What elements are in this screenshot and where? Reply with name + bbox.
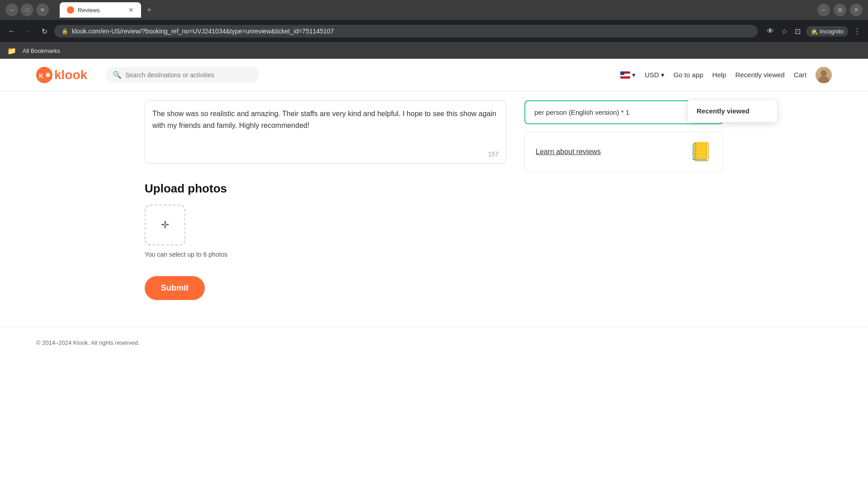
bookmarks-folder-icon: 📁 [7, 47, 16, 55]
learn-reviews-box: Learn about reviews 📒 [524, 131, 723, 172]
page-content: K klook 🔍 ▾ USD ▾ Go to app Help Recentl… [0, 59, 868, 357]
site-header: K klook 🔍 ▾ USD ▾ Go to app Help Recentl… [0, 59, 868, 91]
search-input[interactable] [125, 71, 238, 79]
svg-point-2 [46, 73, 50, 77]
url-text: klook.com/en-US/review/?booking_ref_no=U… [72, 28, 334, 35]
add-photo-icon: ✛ [161, 219, 169, 231]
header-nav: ▾ USD ▾ Go to app Help Recently viewed C… [620, 67, 832, 83]
svg-point-4 [821, 70, 827, 76]
bookmark-icon[interactable]: ☆ [779, 25, 789, 38]
us-flag-icon [620, 71, 630, 79]
all-bookmarks-item[interactable]: All Bookmarks [20, 47, 63, 55]
right-sidebar: per person (English version) * 1 Learn a… [524, 91, 723, 300]
recently-viewed-link[interactable]: Recently viewed [735, 71, 784, 79]
back-button[interactable]: ← [5, 25, 18, 38]
search-bar[interactable]: 🔍 [105, 67, 259, 83]
learn-reviews-link[interactable]: Learn about reviews [536, 148, 601, 156]
review-textarea-wrapper[interactable]: The show was so realistic and amazing. T… [145, 100, 506, 164]
submit-button[interactable]: Submit [145, 276, 205, 300]
svg-text:K: K [39, 72, 43, 80]
char-count: 157 [488, 150, 499, 158]
learn-reviews-book-icon: 📒 [689, 141, 712, 162]
eye-slash-icon[interactable]: 👁 [765, 25, 776, 37]
minimize-button[interactable]: ─ [5, 4, 18, 16]
footer-copyright: © 2014–2024 Klook. All rights reserved. [36, 339, 140, 346]
upload-hint: You can select up to 6 photos [145, 251, 506, 258]
window-minimize-button[interactable]: ─ [817, 4, 830, 16]
page-footer: © 2014–2024 Klook. All rights reserved. [0, 327, 868, 357]
browser-title-bar: ─ □ ✕ Reviews ✕ + ─ ⧉ ✕ [0, 0, 868, 20]
forward-button[interactable]: → [22, 25, 34, 38]
upload-section: Upload photos ✛ You can select up to 6 p… [145, 182, 506, 258]
ticket-selection-text: per person (English version) * 1 [534, 108, 629, 116]
ssl-lock-icon: 🔒 [61, 28, 68, 34]
upload-title: Upload photos [145, 182, 506, 196]
incognito-icon: 🕵 [811, 28, 818, 35]
left-content: The show was so realistic and amazing. T… [145, 91, 506, 300]
klook-logo[interactable]: K klook [36, 67, 87, 83]
reload-button[interactable]: ↻ [38, 25, 51, 38]
new-tab-button[interactable]: + [143, 4, 156, 16]
currency-label: USD [645, 71, 659, 79]
review-text: The show was so realistic and amazing. T… [152, 108, 499, 131]
klook-logo-text: klook [54, 68, 87, 82]
recently-viewed-dropdown-label: Recently viewed [697, 107, 750, 115]
more-options-button[interactable]: ⋮ [852, 25, 863, 38]
help-link[interactable]: Help [712, 71, 726, 79]
browser-chrome: ─ □ ✕ Reviews ✕ + ─ ⧉ ✕ ← → ↻ [0, 0, 868, 59]
goto-app-link[interactable]: Go to app [674, 71, 703, 79]
photo-upload-box[interactable]: ✛ [145, 205, 185, 245]
currency-chevron: ▾ [661, 71, 665, 79]
currency-selector[interactable]: USD ▾ [645, 71, 665, 79]
bookmarks-bar: 📁 All Bookmarks [0, 42, 868, 59]
browser-window-controls: ─ □ ✕ [5, 4, 49, 16]
browser-toolbar-actions: 👁 ☆ ⊡ 🕵 Incognito ⋮ [765, 25, 863, 38]
incognito-label: Incognito [820, 28, 844, 35]
split-view-icon[interactable]: ⊡ [793, 25, 802, 38]
tab-favicon [67, 6, 74, 14]
language-selector[interactable]: ▾ [620, 71, 636, 79]
tab-title: Reviews [78, 7, 100, 14]
main-layout: The show was so realistic and amazing. T… [108, 91, 760, 300]
search-icon: 🔍 [113, 70, 122, 79]
window-close-button[interactable]: ✕ [850, 4, 863, 16]
maximize-button[interactable]: □ [21, 4, 33, 16]
tab-close-button[interactable]: ✕ [128, 6, 134, 14]
active-tab[interactable]: Reviews ✕ [60, 2, 141, 18]
cart-link[interactable]: Cart [794, 71, 807, 79]
language-chevron: ▾ [632, 71, 636, 79]
url-bar[interactable]: 🔒 klook.com/en-US/review/?booking_ref_no… [54, 25, 758, 38]
submit-section: Submit [145, 276, 506, 300]
close-button[interactable]: ✕ [36, 4, 49, 16]
incognito-badge: 🕵 Incognito [806, 26, 848, 37]
recently-viewed-dropdown: Recently viewed [687, 99, 778, 122]
klook-logo-icon: K [36, 67, 52, 83]
window-restore-button[interactable]: ⧉ [834, 4, 846, 16]
address-bar: ← → ↻ 🔒 klook.com/en-US/review/?booking_… [0, 20, 868, 42]
user-avatar[interactable] [816, 67, 832, 83]
